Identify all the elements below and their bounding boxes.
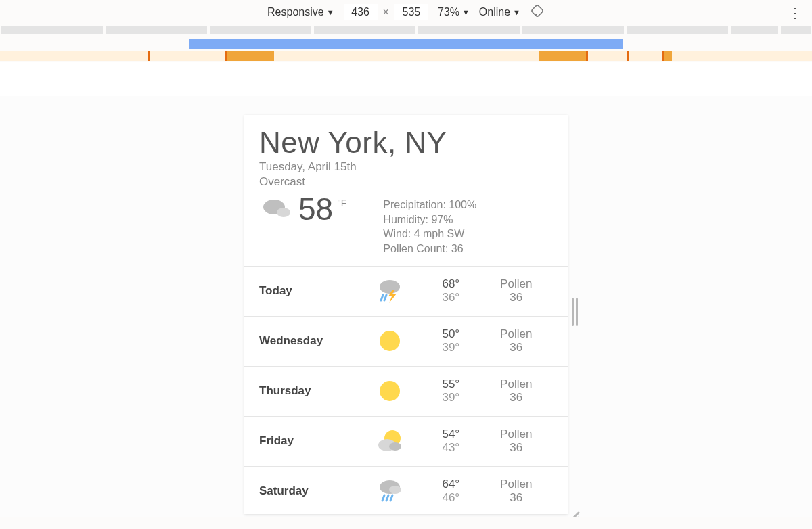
svg-line-19 — [390, 495, 392, 501]
sunny-icon — [357, 376, 422, 406]
emulated-viewport: New York, NY Tuesday, April 15th Overcas… — [0, 96, 812, 517]
forecast-day: Today — [259, 284, 357, 298]
rotate-button[interactable] — [530, 3, 545, 21]
height-input[interactable] — [394, 4, 428, 20]
forecast-row[interactable]: Today68°36°Pollen36 — [244, 266, 568, 316]
width-input[interactable] — [344, 4, 378, 20]
storm-icon — [357, 276, 422, 306]
device-frame: New York, NY Tuesday, April 15th Overcas… — [244, 115, 568, 514]
svg-point-14 — [389, 442, 401, 451]
overcast-icon — [259, 193, 294, 223]
ruler-segment — [522, 26, 624, 34]
forecast-pollen: Pollen36 — [480, 277, 554, 305]
media-query-bar[interactable] — [0, 39, 812, 62]
forecast-row[interactable]: Saturday64°46°Pollen36 — [244, 466, 568, 514]
humidity-label: Humidity: — [383, 214, 428, 225]
media-query-min-width[interactable] — [664, 51, 672, 61]
zoom-label: 73% — [438, 6, 459, 18]
chevron-down-icon: ▼ — [327, 8, 334, 16]
network-throttle-select[interactable]: Online ▼ — [479, 6, 520, 18]
wind-value: 4 mph SW — [414, 228, 465, 239]
kebab-icon: ⋮ — [788, 5, 802, 21]
ruler-segment — [731, 26, 778, 34]
forecast-pollen: Pollen36 — [480, 327, 554, 355]
forecast-temp: 68°36° — [422, 277, 479, 305]
forecast-list: Today68°36°Pollen36Wednesday50°39°Pollen… — [244, 266, 568, 514]
ruler-segment — [210, 26, 311, 34]
svg-line-8 — [381, 295, 383, 300]
network-throttle-label: Online — [479, 6, 510, 18]
weather-card: New York, NY Tuesday, April 15th Overcas… — [244, 115, 568, 514]
svg-point-6 — [380, 280, 400, 294]
media-query-edge[interactable] — [148, 51, 150, 61]
device-ruler[interactable] — [0, 24, 812, 39]
date-label: Tuesday, April 15th — [259, 160, 553, 175]
forecast-row[interactable]: Friday54°43°Pollen36 — [244, 416, 568, 466]
forecast-day: Thursday — [259, 384, 357, 398]
humidity-value: 97% — [431, 214, 453, 225]
forecast-row[interactable]: Wednesday50°39°Pollen36 — [244, 316, 568, 366]
ruler-segment — [1, 26, 103, 34]
sunny-icon — [357, 326, 422, 356]
forecast-row[interactable]: Thursday55°39°Pollen36 — [244, 366, 568, 416]
svg-rect-0 — [531, 4, 543, 16]
svg-point-16 — [389, 486, 401, 494]
chevron-down-icon: ▼ — [462, 8, 470, 16]
svg-line-9 — [384, 295, 386, 300]
ruler-segment — [627, 26, 728, 34]
pollen-label: Pollen Count: — [383, 243, 448, 254]
ruler-segment — [106, 26, 207, 34]
current-temp: 58 — [298, 193, 333, 225]
current-weather: 58 °F Precipitation: 100% Humidity: 97% … — [259, 193, 553, 256]
temp-unit: °F — [337, 198, 346, 208]
rain-icon — [357, 476, 422, 506]
ruler-segment — [418, 26, 520, 34]
forecast-pollen: Pollen36 — [480, 377, 554, 405]
pollen-value: 36 — [451, 243, 464, 254]
chevron-down-icon: ▼ — [513, 8, 520, 16]
forecast-temp: 64°46° — [422, 478, 479, 505]
city-title: New York, NY — [259, 126, 553, 160]
weather-stats: Precipitation: 100% Humidity: 97% Wind: … — [383, 198, 476, 256]
forecast-temp: 50°39° — [422, 327, 479, 355]
forecast-day: Friday — [259, 434, 357, 448]
forecast-day: Saturday — [259, 484, 357, 498]
svg-line-17 — [382, 495, 384, 501]
rotate-icon — [530, 3, 545, 18]
dimension-inputs: × — [344, 4, 428, 20]
media-query-edge[interactable] — [586, 51, 588, 61]
precip-value: 100% — [449, 199, 476, 210]
svg-point-10 — [380, 331, 400, 351]
media-query-edge[interactable] — [627, 51, 629, 61]
resize-handle-east[interactable] — [572, 298, 579, 326]
device-toolbar-cluster: Responsive ▼ × 73% ▼ Online ▼ — [267, 3, 545, 21]
svg-line-18 — [386, 495, 388, 501]
ruler-segment — [314, 26, 415, 34]
more-options-button[interactable]: ⋮ — [789, 5, 801, 20]
media-query-min-width[interactable] — [227, 51, 274, 61]
precip-label: Precipitation: — [383, 199, 446, 210]
dimension-separator: × — [383, 6, 389, 18]
forecast-temp: 54°43° — [422, 428, 479, 455]
device-select[interactable]: Responsive ▼ — [267, 6, 334, 18]
svg-point-11 — [380, 381, 400, 401]
media-query-min-width[interactable] — [539, 51, 586, 61]
svg-point-5 — [277, 208, 290, 217]
ruler-segment — [781, 26, 811, 34]
devtools-bottom-strip — [0, 517, 812, 529]
wind-label: Wind: — [383, 228, 411, 239]
forecast-day: Wednesday — [259, 334, 357, 348]
forecast-pollen: Pollen36 — [480, 478, 554, 505]
condition-label: Overcast — [259, 175, 553, 189]
partly-icon — [357, 426, 422, 456]
zoom-select[interactable]: 73% ▼ — [438, 6, 470, 18]
device-select-label: Responsive — [267, 6, 324, 18]
forecast-pollen: Pollen36 — [480, 428, 554, 455]
media-query-max-width[interactable] — [189, 39, 623, 49]
forecast-temp: 55°39° — [422, 377, 479, 405]
media-query-track — [0, 51, 812, 61]
device-toolbar: Responsive ▼ × 73% ▼ Online ▼ ⋮ — [0, 0, 812, 24]
